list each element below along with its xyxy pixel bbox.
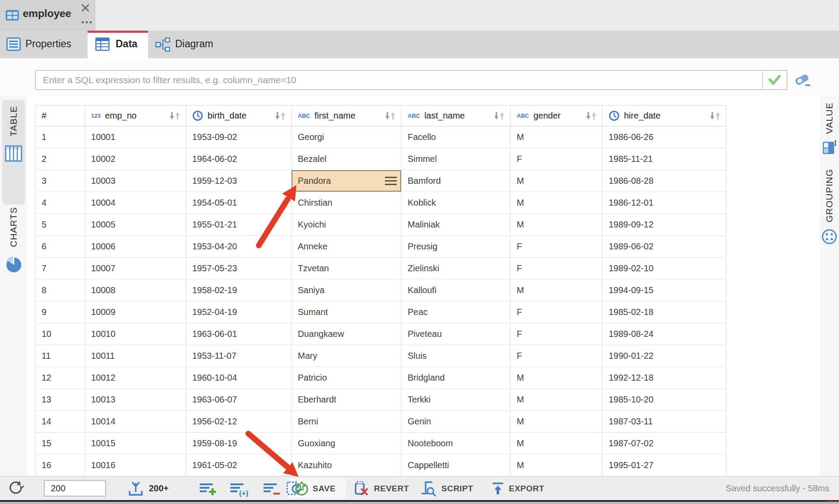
cell-last_name[interactable]: Nooteboom <box>402 433 511 455</box>
row-number-cell[interactable]: 10 <box>35 323 85 345</box>
save-button[interactable]: SAVE <box>294 476 335 500</box>
cell-first_name[interactable]: Guoxiang <box>292 433 402 455</box>
cell-last_name[interactable]: Koblick <box>402 192 511 214</box>
cell-gender[interactable]: M <box>511 367 603 389</box>
cell-birth_date[interactable]: 1959-08-19 <box>186 433 292 455</box>
row-number-cell[interactable]: 6 <box>35 236 85 258</box>
tab-overflow-icon[interactable] <box>81 20 92 25</box>
cell-birth_date[interactable]: 1954-05-01 <box>186 192 292 214</box>
cell-hire_date[interactable]: 1986-08-28 <box>603 170 726 192</box>
cell-emp_no[interactable]: 10012 <box>85 367 186 389</box>
cell-last_name[interactable]: Sluis <box>402 345 511 367</box>
cell-first_name[interactable]: Eberhardt <box>292 389 402 411</box>
column-header[interactable]: 123 emp_no <box>85 105 186 126</box>
cell-emp_no[interactable]: 10008 <box>85 280 186 301</box>
row-number-cell[interactable]: 8 <box>35 280 85 301</box>
row-number-cell[interactable]: 4 <box>35 192 85 214</box>
cell-emp_no[interactable]: 10004 <box>85 192 186 214</box>
cell-gender[interactable]: M <box>511 455 603 476</box>
row-number-cell[interactable]: 12 <box>35 367 85 389</box>
cell-birth_date[interactable]: 1955-01-21 <box>186 214 292 236</box>
cell-hire_date[interactable]: 1990-01-22 <box>603 345 726 367</box>
cell-hire_date[interactable]: 1987-03-11 <box>603 411 726 433</box>
cell-hire_date[interactable]: 1986-12-01 <box>603 192 726 214</box>
cell-first_name[interactable]: Anneke <box>292 236 402 258</box>
cell-last_name[interactable]: Maliniak <box>402 214 511 236</box>
cell-last_name[interactable]: Genin <box>402 411 511 433</box>
sort-icon[interactable] <box>493 111 506 121</box>
cell-gender[interactable]: M <box>511 170 603 192</box>
cell-first_name[interactable]: Duangkaew <box>292 323 402 345</box>
cell-birth_date[interactable]: 1963-06-01 <box>186 323 292 345</box>
cell-first_name[interactable]: Sumant <box>292 301 402 323</box>
sort-icon[interactable] <box>274 111 287 121</box>
cell-last_name[interactable]: Preusig <box>402 236 511 258</box>
editor-tab-employee[interactable]: employee <box>0 0 95 31</box>
cell-birth_date[interactable]: 1960-10-04 <box>186 367 292 389</box>
cell-birth_date[interactable]: 1961-05-02 <box>186 455 292 476</box>
revert-button[interactable]: REVERT <box>353 476 409 500</box>
row-limit-input[interactable] <box>44 480 106 497</box>
cell-gender[interactable]: F <box>511 301 603 323</box>
cell-last_name[interactable]: Cappelletti <box>402 455 511 476</box>
cell-first_name[interactable]: Berni <box>292 411 402 433</box>
cell-gender[interactable]: M <box>511 389 603 411</box>
eraser-icon[interactable] <box>793 72 812 89</box>
cell-birth_date[interactable]: 1953-11-07 <box>186 345 292 367</box>
cell-first_name[interactable]: Saniya <box>292 280 402 301</box>
cell-last_name[interactable]: Bamford <box>402 170 511 192</box>
cell-first_name[interactable]: Chirstian <box>292 192 402 214</box>
cell-hire_date[interactable]: 1987-07-02 <box>603 433 726 455</box>
column-header-rownum[interactable]: # <box>35 105 85 126</box>
sort-icon[interactable] <box>384 111 397 121</box>
cell-first_name[interactable]: Kazuhito <box>292 455 402 476</box>
cell-menu-icon[interactable] <box>385 176 397 186</box>
cell-gender[interactable]: M <box>511 214 603 236</box>
cell-gender[interactable]: F <box>511 258 603 280</box>
cell-hire_date[interactable]: 1989-08-24 <box>603 323 726 345</box>
column-header[interactable]: ABC first_name <box>292 105 402 126</box>
cell-emp_no[interactable]: 10014 <box>85 411 186 433</box>
cell-gender[interactable]: F <box>511 148 603 170</box>
cell-last_name[interactable]: Terkki <box>402 389 511 411</box>
cell-birth_date[interactable]: 1958-02-19 <box>186 280 292 301</box>
cell-birth_date[interactable]: 1956-02-12 <box>186 411 292 433</box>
cell-gender[interactable]: F <box>511 323 603 345</box>
panel-tab-charts[interactable]: CHARTS <box>2 207 25 299</box>
cell-emp_no[interactable]: 10003 <box>85 170 186 192</box>
cell-birth_date[interactable]: 1964-06-02 <box>186 148 292 170</box>
cell-emp_no[interactable]: 10001 <box>85 126 186 148</box>
row-number-cell[interactable]: 14 <box>35 411 85 433</box>
tab-properties[interactable]: Properties <box>0 31 88 58</box>
column-header[interactable]: birth_date <box>186 105 292 126</box>
cell-last_name[interactable]: Facello <box>402 126 511 148</box>
filter-input[interactable] <box>36 71 765 89</box>
sort-icon[interactable] <box>168 111 181 121</box>
script-button[interactable]: SCRIPT <box>420 476 473 500</box>
tab-diagram[interactable]: Diagram <box>148 31 249 58</box>
close-icon[interactable] <box>80 3 92 14</box>
column-header[interactable]: hire_date <box>603 105 726 126</box>
cell-hire_date[interactable]: 1989-02-10 <box>603 258 726 280</box>
duplicate-row-button[interactable]: (+) <box>229 476 251 500</box>
cell-first_name[interactable]: Tzvetan <box>292 258 402 280</box>
row-number-cell[interactable]: 5 <box>35 214 85 236</box>
cell-first_name[interactable]: Kyoichi <box>292 214 402 236</box>
cell-birth_date[interactable]: 1952-04-19 <box>186 301 292 323</box>
cell-hire_date[interactable]: 1992-12-18 <box>603 367 726 389</box>
cell-emp_no[interactable]: 10010 <box>85 323 186 345</box>
cell-emp_no[interactable]: 10007 <box>85 258 186 280</box>
cell-last_name[interactable]: Zielinski <box>402 258 511 280</box>
row-number-cell[interactable]: 1 <box>35 126 85 148</box>
cell-birth_date[interactable]: 1953-09-02 <box>186 126 292 148</box>
cell-emp_no[interactable]: 10005 <box>85 214 186 236</box>
cell-first_name[interactable]: Pandora <box>292 170 402 192</box>
cell-gender[interactable]: M <box>511 192 603 214</box>
cell-first_name[interactable]: Patricio <box>292 367 402 389</box>
apply-filter-button[interactable] <box>762 71 786 89</box>
add-row-button[interactable] <box>198 476 218 500</box>
cell-birth_date[interactable]: 1953-04-20 <box>186 236 292 258</box>
panel-tab-table[interactable]: TABLE <box>2 100 25 205</box>
cell-gender[interactable]: M <box>511 411 603 433</box>
cell-last_name[interactable]: Bridgland <box>402 367 511 389</box>
